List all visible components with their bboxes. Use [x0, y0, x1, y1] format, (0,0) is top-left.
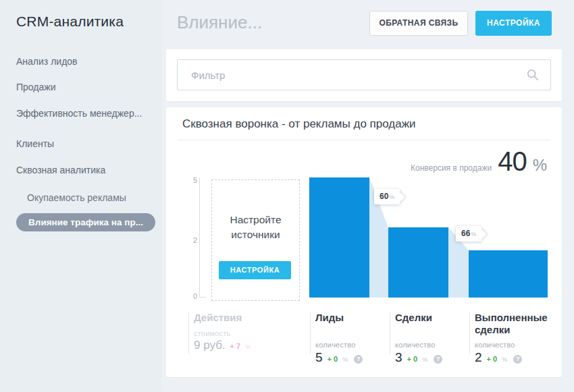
sidebar-item-sales[interactable]: Продажи: [16, 82, 55, 92]
column-title: Сделки: [395, 312, 465, 324]
column-delta-unit: %: [502, 356, 507, 363]
column-divider: [390, 312, 390, 354]
column-completed-deals: Выполненные сделки количество 2 + 0 % ?: [475, 312, 550, 368]
badge-arrow: [475, 228, 487, 240]
column-value: 5: [315, 350, 323, 365]
badge-unit: %: [471, 227, 476, 242]
badge-unit: %: [389, 190, 394, 205]
column-title: Действия: [194, 312, 295, 324]
column-value-row: 2 + 0 % ?: [475, 350, 522, 365]
app-window: CRM-аналитика Анализ лидов Продажи Эффек…: [0, 0, 574, 392]
column-divider: [469, 312, 470, 354]
conversion-badge-66: 66 %: [456, 226, 481, 242]
column-divider: [188, 312, 189, 354]
sidebar-item-lead-analysis[interactable]: Анализ лидов: [16, 56, 78, 67]
setup-sources-button[interactable]: НАСТРОЙКА: [219, 261, 291, 279]
setup-sources-placeholder: Настройте источники НАСТРОЙКА: [211, 179, 300, 301]
page-title: Влияние...: [177, 12, 262, 33]
column-divider: [310, 312, 311, 354]
column-delta: + 7: [230, 342, 241, 350]
feedback-button[interactable]: ОБРАТНАЯ СВЯЗЬ: [369, 11, 468, 36]
column-delta: + 0: [487, 355, 498, 363]
funnel-bar-leads: [309, 177, 369, 298]
sidebar: CRM-аналитика Анализ лидов Продажи Эффек…: [0, 0, 162, 392]
app-title: CRM-аналитика: [16, 13, 124, 30]
funnel-bar-completed-deals: [469, 250, 548, 298]
filter-card: [166, 49, 562, 101]
column-delta: + 0: [407, 355, 418, 363]
column-metric-label: количество: [395, 341, 436, 349]
conversion-badge-60: 60 %: [374, 189, 400, 204]
funnel-bar-deals: [388, 227, 448, 298]
sidebar-item-traffic-influence-selected[interactable]: Влияние трафика на пр...: [16, 213, 155, 231]
sidebar-item-manager-efficiency[interactable]: Эффективность менеджер...: [16, 108, 142, 119]
conversion-unit: %: [533, 156, 547, 175]
sidebar-item-end-to-end-analytics[interactable]: Сквозная аналитика: [16, 165, 105, 175]
column-delta-unit: %: [422, 356, 427, 363]
sidebar-item-ad-payback[interactable]: Окупаемость рекламы: [27, 192, 126, 203]
help-icon[interactable]: ?: [354, 355, 363, 364]
column-value: 2: [475, 350, 482, 365]
column-value-row: 9 руб. + 7 %: [194, 339, 251, 352]
column-value-row: 5 + 0 % ?: [315, 350, 363, 365]
filter-input[interactable]: [177, 59, 551, 90]
column-delta: + 0: [328, 355, 338, 363]
column-delta-unit: %: [245, 343, 251, 350]
column-value-row: 3 + 0 % ?: [395, 350, 442, 365]
column-leads: Лиды количество 5 + 0 % ?: [315, 312, 386, 368]
column-metric-label: стоимость: [194, 329, 230, 337]
search-icon[interactable]: [527, 69, 539, 81]
column-actions: Действия стоимость 9 руб. + 7 %: [194, 312, 295, 368]
badge-arrow: [394, 191, 405, 202]
column-metric-label: количество: [315, 341, 356, 349]
conversion-label: Конверсия в продажи: [411, 163, 492, 173]
y-axis-tick-2: 2: [182, 236, 197, 244]
badge-value: 66: [461, 226, 470, 242]
funnel-card: Сквозная воронка - от рекламы до продажи…: [166, 107, 562, 377]
column-title: Лиды: [315, 312, 386, 324]
sidebar-item-clients[interactable]: Клиенты: [16, 138, 54, 149]
column-delta-unit: %: [342, 356, 348, 363]
column-value: 9 руб.: [194, 339, 226, 352]
y-axis-line: [199, 177, 206, 298]
conversion-summary: Конверсия в продажи 40 %: [411, 146, 547, 177]
help-icon[interactable]: ?: [513, 355, 522, 364]
help-icon[interactable]: ?: [434, 355, 442, 364]
funnel-card-title: Сквозная воронка - от рекламы до продажи: [182, 117, 416, 131]
y-axis-tick-5: 5: [182, 176, 197, 184]
column-deals: Сделки количество 3 + 0 % ?: [395, 312, 465, 368]
column-metric-label: количество: [475, 341, 515, 349]
header-settings-button[interactable]: НАСТРОЙКА: [475, 11, 552, 36]
card-divider: [177, 140, 551, 140]
column-title: Выполненные сделки: [475, 312, 550, 336]
setup-prompt: Настройте источники: [222, 213, 290, 242]
conversion-value: 40: [498, 146, 527, 177]
badge-value: 60: [380, 189, 388, 204]
column-value: 3: [395, 350, 402, 365]
y-axis-tick-0: 0: [182, 292, 197, 300]
